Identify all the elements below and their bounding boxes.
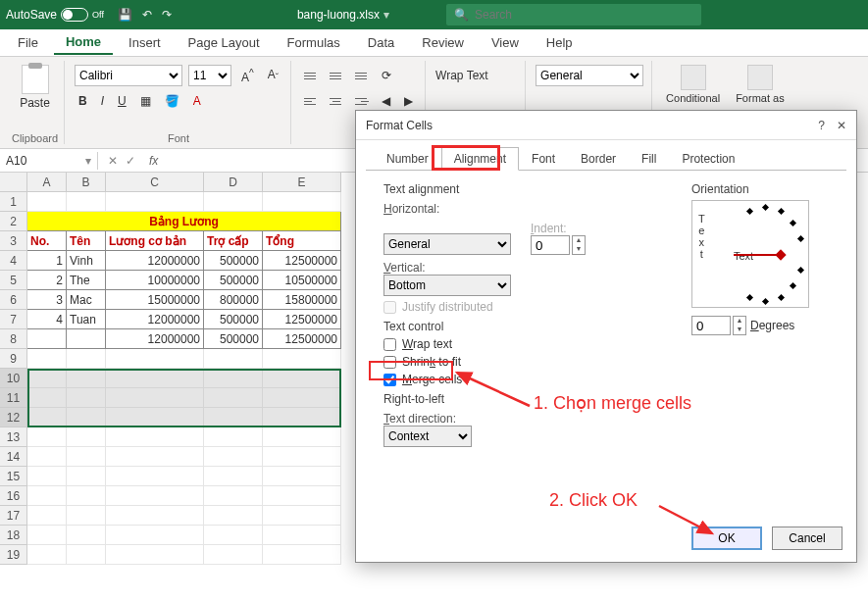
cell[interactable] <box>27 545 67 565</box>
cell[interactable]: Lương cơ bản <box>106 231 204 251</box>
increase-font-icon[interactable]: A^ <box>237 66 258 86</box>
dlg-tab-font[interactable]: Font <box>519 147 568 171</box>
search-input[interactable] <box>475 8 693 22</box>
col-header[interactable]: B <box>67 173 106 192</box>
cell[interactable] <box>263 388 341 408</box>
close-icon[interactable]: ✕ <box>837 119 846 132</box>
row-header[interactable]: 12 <box>0 408 27 427</box>
tab-review[interactable]: Review <box>410 31 476 54</box>
cell[interactable]: 500000 <box>204 251 263 271</box>
row-header[interactable]: 3 <box>0 231 27 251</box>
decrease-indent-icon[interactable]: ◀ <box>378 92 394 110</box>
align-top-icon[interactable] <box>301 67 321 84</box>
cell[interactable] <box>67 427 106 447</box>
cell[interactable] <box>67 467 106 486</box>
bold-button[interactable]: B <box>75 92 91 110</box>
cell[interactable]: 1 <box>27 251 67 271</box>
degrees-input[interactable] <box>691 316 731 335</box>
shrink-checkbox[interactable] <box>383 356 396 369</box>
underline-button[interactable]: U <box>114 92 130 110</box>
cell[interactable] <box>106 526 204 545</box>
cell[interactable] <box>106 427 204 447</box>
col-header[interactable]: C <box>106 173 204 192</box>
fill-color-icon[interactable]: 🪣 <box>161 92 183 110</box>
row-header[interactable]: 19 <box>0 545 27 565</box>
row-header[interactable]: 16 <box>0 486 27 506</box>
cell[interactable] <box>27 349 67 369</box>
indent-input[interactable] <box>531 235 570 255</box>
cell[interactable] <box>263 427 341 447</box>
cell[interactable] <box>263 369 341 388</box>
cell[interactable] <box>204 545 263 565</box>
cell[interactable]: 3 <box>27 290 67 310</box>
cell[interactable] <box>27 427 67 447</box>
cell[interactable] <box>27 192 67 212</box>
horizontal-select[interactable]: General <box>383 233 511 255</box>
cell[interactable] <box>263 408 341 427</box>
cell[interactable]: 12000000 <box>106 251 204 271</box>
cell[interactable]: 4 <box>27 310 67 329</box>
chevron-down-icon[interactable]: ▾ <box>383 8 389 22</box>
cell[interactable] <box>67 329 106 349</box>
tab-view[interactable]: View <box>480 31 531 54</box>
cell[interactable] <box>204 349 263 369</box>
align-center-icon[interactable] <box>327 92 346 110</box>
format-as-table-button[interactable]: Format as <box>732 63 789 106</box>
ok-button[interactable]: OK <box>691 527 762 550</box>
cell[interactable] <box>263 349 341 369</box>
wrap-text-button[interactable]: Wrap Text <box>435 69 488 82</box>
cell[interactable] <box>27 486 67 506</box>
cell[interactable] <box>106 545 204 565</box>
tab-home[interactable]: Home <box>54 30 113 55</box>
cell[interactable] <box>27 447 67 467</box>
row-header[interactable]: 13 <box>0 427 27 447</box>
cell[interactable]: 15800000 <box>263 290 341 310</box>
text-direction-select[interactable]: Context <box>383 426 472 447</box>
align-middle-icon[interactable] <box>327 67 346 84</box>
cell[interactable]: Tuan <box>67 310 106 329</box>
cell[interactable] <box>204 526 263 545</box>
row-header[interactable]: 6 <box>0 290 27 310</box>
cell[interactable] <box>67 369 106 388</box>
cancel-button[interactable]: Cancel <box>772 527 842 550</box>
paste-button[interactable]: Paste <box>14 63 56 112</box>
cell[interactable]: No. <box>27 231 67 251</box>
orientation-control[interactable]: Text Text <box>691 200 809 308</box>
cell[interactable] <box>67 192 106 212</box>
cell[interactable] <box>204 467 263 486</box>
cell[interactable]: 500000 <box>204 271 263 290</box>
cell[interactable]: 12500000 <box>263 329 341 349</box>
cell[interactable] <box>27 369 67 388</box>
font-color-icon[interactable]: A <box>189 92 205 110</box>
row-header[interactable]: 5 <box>0 271 27 290</box>
cell[interactable] <box>263 192 341 212</box>
wrap-text-checkbox[interactable] <box>383 338 396 351</box>
cell[interactable]: The <box>67 271 106 290</box>
save-icon[interactable]: 💾 <box>118 8 132 22</box>
cell[interactable] <box>204 427 263 447</box>
number-format-select[interactable]: General <box>536 65 643 86</box>
cell[interactable] <box>67 506 106 526</box>
undo-icon[interactable]: ↶ <box>142 8 152 22</box>
cell[interactable]: Vinh <box>67 251 106 271</box>
row-header[interactable]: 1 <box>0 192 27 212</box>
cell[interactable] <box>67 447 106 467</box>
cell[interactable] <box>27 408 67 427</box>
row-header[interactable]: 11 <box>0 388 27 408</box>
align-left-icon[interactable] <box>301 92 321 110</box>
tab-insert[interactable]: Insert <box>117 31 173 54</box>
cell[interactable] <box>263 467 341 486</box>
cell[interactable] <box>204 408 263 427</box>
dlg-tab-protection[interactable]: Protection <box>669 147 747 171</box>
cell[interactable] <box>67 388 106 408</box>
col-header[interactable]: A <box>27 173 67 192</box>
search-box[interactable]: 🔍 <box>446 4 701 25</box>
col-header[interactable]: E <box>263 173 341 192</box>
orientation-icon[interactable]: ⟳ <box>378 67 395 84</box>
cell[interactable] <box>204 447 263 467</box>
decrease-font-icon[interactable]: Aˇ <box>264 66 282 85</box>
tab-page-layout[interactable]: Page Layout <box>177 31 272 54</box>
font-size-select[interactable]: 11 <box>188 65 231 86</box>
dlg-tab-alignment[interactable]: Alignment <box>441 147 519 171</box>
row-header[interactable]: 2 <box>0 212 27 231</box>
